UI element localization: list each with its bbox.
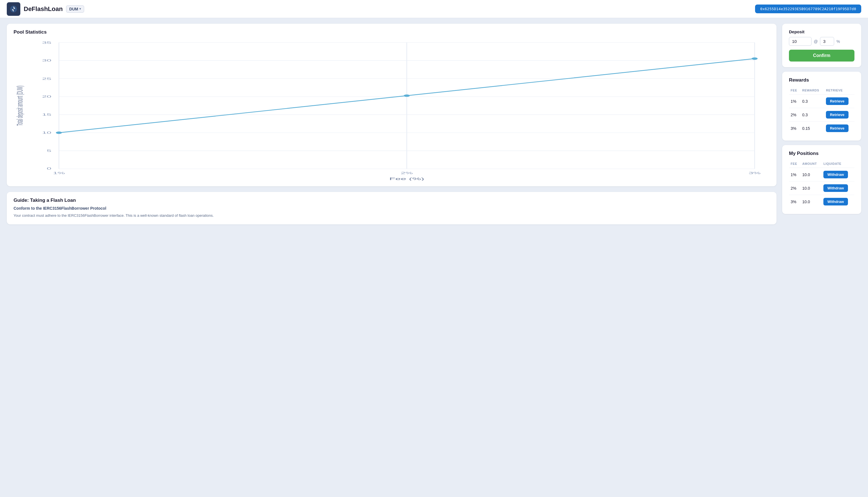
rewards-fee-2: 2% (789, 108, 800, 122)
app-title: DeFlashLoan (24, 5, 63, 13)
guide-title: Guide: Taking a Flash Loan (14, 198, 770, 203)
pool-statistics-card: Pool Statistics (7, 24, 776, 186)
positions-row-3: 3% 10.0 Withdraw (789, 195, 854, 209)
deposit-amount-input[interactable] (789, 37, 812, 46)
chevron-down-icon: ▾ (79, 7, 81, 11)
withdraw-button-3[interactable]: Withdraw (823, 198, 848, 205)
svg-text:2%: 2% (401, 171, 413, 175)
app-logo (7, 2, 20, 16)
svg-text:Fee (%): Fee (%) (389, 177, 424, 181)
svg-point-28 (56, 131, 62, 134)
svg-text:0: 0 (47, 167, 52, 170)
positions-title: My Positions (789, 151, 854, 156)
positions-amount-3: 10.0 (800, 195, 822, 209)
svg-text:3%: 3% (748, 171, 761, 175)
guide-protocol-label: Conform to the IERC3156FlashBorrower Pro… (14, 206, 770, 211)
svg-text:35: 35 (42, 41, 52, 44)
network-label: DUM (69, 7, 78, 11)
svg-text:5: 5 (47, 149, 52, 153)
svg-text:1%: 1% (53, 171, 65, 175)
deposit-card: Deposit @ % Confirm (782, 24, 861, 67)
withdraw-button-1[interactable]: Withdraw (823, 171, 848, 179)
positions-withdraw-cell-1: Withdraw (822, 168, 854, 182)
header: DeFlashLoan DUM ▾ 0x6255D14e352293E5B916… (0, 0, 868, 18)
positions-withdraw-cell-2: Withdraw (822, 182, 854, 195)
positions-col-amount: AMOUNT (800, 161, 822, 168)
positions-row-1: 1% 10.0 Withdraw (789, 168, 854, 182)
rewards-retrieve-cell-1: Retrieve (824, 95, 854, 108)
pool-statistics-title: Pool Statistics (14, 29, 770, 35)
deposit-rate-input[interactable] (820, 37, 834, 46)
rewards-retrieve-cell-2: Retrieve (824, 108, 854, 122)
rewards-amount-2: 0.3 (800, 108, 824, 122)
rewards-table: FEE REWARDS RETRIEVE 1% 0.3 Retrieve 2 (789, 87, 854, 135)
left-column: Pool Statistics (7, 24, 776, 224)
rewards-row-2: 2% 0.3 Retrieve (789, 108, 854, 122)
positions-amount-2: 10.0 (800, 182, 822, 195)
network-selector[interactable]: DUM ▾ (66, 5, 84, 13)
withdraw-button-2[interactable]: Withdraw (823, 184, 848, 192)
positions-withdraw-cell-3: Withdraw (822, 195, 854, 209)
rewards-card: Rewards FEE REWARDS RETRIEVE 1% 0.3 Retr… (782, 72, 861, 141)
svg-text:10: 10 (42, 131, 52, 134)
deposit-at-label: @ (814, 39, 818, 44)
positions-fee-2: 2% (789, 182, 800, 195)
svg-point-30 (404, 95, 410, 97)
rewards-amount-3: 0.15 (800, 122, 824, 135)
positions-fee-1: 1% (789, 168, 800, 182)
svg-text:30: 30 (42, 59, 52, 62)
confirm-button[interactable]: Confirm (789, 50, 854, 61)
deposit-inputs: @ % (789, 37, 854, 46)
svg-text:20: 20 (42, 95, 52, 99)
svg-text:15: 15 (42, 113, 52, 116)
rewards-title: Rewards (789, 77, 854, 83)
retrieve-button-2[interactable]: Retrieve (826, 111, 848, 118)
rewards-col-rewards: REWARDS (800, 87, 824, 95)
rewards-col-fee: FEE (789, 87, 800, 95)
rewards-fee-1: 1% (789, 95, 800, 108)
rewards-row-1: 1% 0.3 Retrieve (789, 95, 854, 108)
svg-point-29 (752, 58, 758, 60)
positions-table: FEE AMOUNT LIQUIDATE 1% 10.0 Withdraw (789, 161, 854, 208)
deposit-pct-symbol: % (836, 39, 840, 44)
positions-card: My Positions FEE AMOUNT LIQUIDATE 1% 10.… (782, 145, 861, 214)
guide-card: Guide: Taking a Flash Loan Conform to th… (7, 192, 776, 224)
rewards-amount-1: 0.3 (800, 95, 824, 108)
positions-row-2: 2% 10.0 Withdraw (789, 182, 854, 195)
main-layout: Pool Statistics (0, 18, 868, 230)
guide-description: Your contract must adhere to the IERC315… (14, 213, 770, 219)
deposit-label: Deposit (789, 29, 854, 34)
rewards-retrieve-cell-3: Retrieve (824, 122, 854, 135)
rewards-fee-3: 3% (789, 122, 800, 135)
rewards-col-retrieve: RETRIEVE (824, 87, 854, 95)
svg-text:25: 25 (42, 77, 52, 81)
positions-fee-3: 3% (789, 195, 800, 209)
retrieve-button-3[interactable]: Retrieve (826, 125, 848, 132)
positions-col-liquidate: LIQUIDATE (822, 161, 854, 168)
svg-text:Total deposit amount (DUM): Total deposit amount (DUM) (15, 86, 25, 126)
pool-chart: 35 30 25 20 15 10 5 0 1% 2% 3% Fee (%) T… (14, 40, 770, 181)
wallet-address[interactable]: 0x6255D14e352293E5B9167789C2A210f19F95D7… (755, 4, 861, 13)
header-left: DeFlashLoan DUM ▾ (7, 2, 84, 16)
positions-col-fee: FEE (789, 161, 800, 168)
retrieve-button-1[interactable]: Retrieve (826, 97, 848, 105)
positions-amount-1: 10.0 (800, 168, 822, 182)
rewards-row-3: 3% 0.15 Retrieve (789, 122, 854, 135)
chart-container: 35 30 25 20 15 10 5 0 1% 2% 3% Fee (%) T… (14, 40, 770, 181)
right-column: Deposit @ % Confirm Rewards FEE REWARDS … (782, 24, 861, 214)
